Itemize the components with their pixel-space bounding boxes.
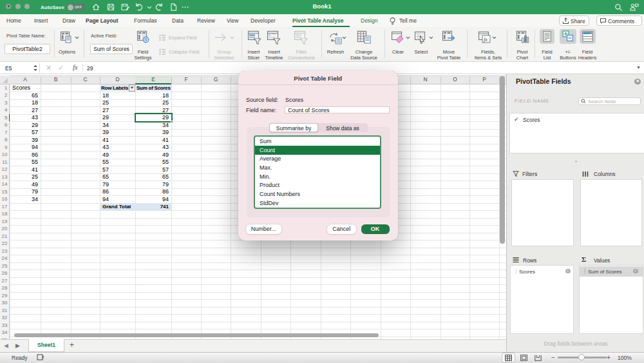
svg-text:fx: fx [484, 37, 488, 43]
